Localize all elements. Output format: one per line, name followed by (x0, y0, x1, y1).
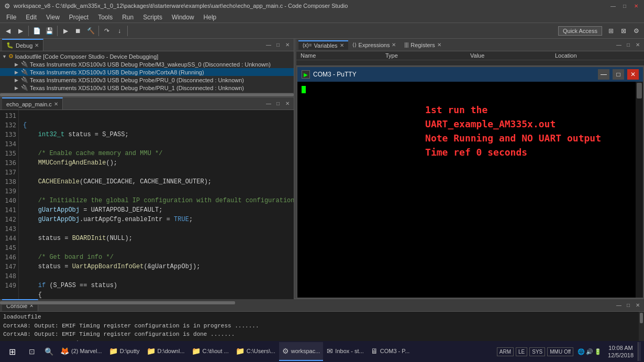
console-minimize-btn[interactable]: — (615, 301, 623, 310)
vars-close-btn[interactable]: ✕ (634, 41, 642, 49)
editor-close-btn[interactable]: ✕ (283, 100, 292, 108)
stop-button[interactable]: ⏹ (72, 25, 84, 37)
probe-icon-m3: 🔌 (21, 61, 28, 68)
menu-item-tools[interactable]: Tools (94, 13, 117, 22)
show-desktop-btn[interactable] (638, 342, 641, 361)
menu-item-help[interactable]: Help (199, 13, 221, 22)
toolbar-btn-2[interactable]: ▶ (15, 25, 26, 37)
putty-line2: UART_example_AM335x.out (425, 117, 601, 131)
taskbar-app-ti-label: C:\ti\out ... (203, 348, 229, 354)
expressions-tab[interactable]: ⟨⟩ Expressions ✕ (348, 41, 401, 49)
putty-window[interactable]: ▶ COM3 - PuTTY — □ ✕ 1st run the UART_ex… (296, 66, 644, 299)
variables-headers: Name Type Value Location (296, 51, 644, 60)
debug-tab[interactable]: 🐛 Debug ✕ (2, 39, 43, 51)
vars-minimize-btn[interactable]: — (615, 41, 623, 49)
editor-minimize-btn[interactable]: — (264, 100, 273, 108)
quick-access-button[interactable]: Quick Access (558, 26, 602, 36)
debug-tab-label: Debug (16, 42, 32, 49)
putty-close-btn[interactable]: ✕ (627, 69, 639, 80)
save-button[interactable]: 💾 (43, 25, 55, 37)
registers-tab-close[interactable]: ✕ (437, 42, 441, 48)
editor-tab-close[interactable]: ✕ (54, 101, 58, 107)
left-panel: 🐛 Debug ✕ — □ ✕ ▼ ⚙ loadoutfile [Code Co… (0, 39, 294, 299)
debug-maximize-btn[interactable]: □ (274, 41, 282, 49)
titlebar: ⚙ workspace_v8 - C:\ti\pdk_am335x_1_0_12… (0, 0, 644, 12)
menu-item-run[interactable]: Run (118, 13, 138, 22)
network-icon[interactable]: 🌐 (578, 348, 585, 355)
taskbar: ⊞ ⊡ 🔍 🦊 (2) Marvel... 📁 D:\putty 📁 D:\do… (0, 341, 644, 362)
menu-item-project[interactable]: Project (65, 13, 93, 22)
status-sys[interactable]: SYS (529, 347, 545, 356)
new-button[interactable]: 📄 (31, 25, 42, 37)
debug-item-pru1-label: Texas Instruments XDS100v3 USB Debug Pro… (30, 85, 244, 91)
variables-tab[interactable]: (x)= Variables ✕ (298, 40, 348, 50)
build-button[interactable]: 🔨 (85, 25, 96, 37)
editor-horizontal-scrollbar[interactable] (0, 301, 294, 305)
editor-maximize-btn[interactable]: □ (274, 100, 282, 108)
debug-tab-close[interactable]: ✕ (35, 42, 39, 48)
menu-item-edit[interactable]: Edit (21, 13, 41, 22)
search-taskbar[interactable]: 🔍 (41, 342, 57, 361)
toolbar-extra-3[interactable]: ⚙ (630, 25, 642, 37)
debug-item-pru0[interactable]: ▶ 🔌 Texas Instruments XDS100v3 USB Debug… (0, 76, 294, 84)
tree-arrow: ▼ (2, 54, 8, 59)
debug-close-btn[interactable]: ✕ (283, 41, 292, 49)
putty-line1: 1st run the (425, 103, 601, 117)
step-into-button[interactable]: ↓ (114, 25, 125, 37)
putty-minimize-btn[interactable]: — (598, 69, 609, 80)
debug-item-cortexa8[interactable]: ▶ 🔌 Texas Instruments XDS100v3 USB Debug… (0, 68, 294, 76)
expressions-tab-label: Expressions (359, 42, 390, 48)
console-close-btn[interactable]: ✕ (634, 301, 642, 310)
status-arm[interactable]: ARM (497, 347, 514, 356)
console-maximize-btn[interactable]: □ (624, 301, 632, 310)
status-le[interactable]: LE (516, 347, 527, 356)
editor-tab[interactable]: echo_app_main.c ✕ (2, 97, 63, 109)
tree-arrow-pru1: ▶ (15, 85, 21, 91)
variables-tab-close[interactable]: ✕ (340, 42, 344, 48)
menu-item-file[interactable]: File (2, 13, 20, 22)
expressions-tab-close[interactable]: ✕ (392, 42, 396, 48)
taskbar-app-inbox[interactable]: ✉ Inbox - st... (324, 342, 367, 361)
toolbar-extra-1[interactable]: ⊞ (605, 25, 617, 37)
debug-minimize-btn[interactable]: — (264, 41, 273, 49)
battery-icon[interactable]: 🔋 (594, 348, 602, 355)
taskbar-app-marvel[interactable]: 🦊 (2) Marvel... (57, 342, 105, 361)
putty-line3: Note Running and NO UART output (425, 131, 601, 145)
probe-icon-pru1: 🔌 (21, 84, 28, 91)
step-over-button[interactable]: ↷ (101, 25, 113, 37)
code-area[interactable]: { int32_t status = S_PASS; /* Enable cac… (19, 110, 294, 301)
toolbar: ◀ ▶ 📄 💾 ▶ ⏹ 🔨 ↷ ↓ Quick Access ⊞ ⊠ ⚙ (0, 23, 644, 39)
putty-terminal[interactable]: 1st run the UART_example_AM335x.out Note… (297, 82, 643, 298)
putty-scrollbar[interactable] (636, 82, 643, 298)
taskview-button[interactable]: ⊡ (24, 342, 40, 361)
vars-maximize-btn[interactable]: □ (624, 41, 632, 49)
debug-item-pru1[interactable]: ▶ 🔌 Texas Instruments XDS100v3 USB Debug… (0, 84, 294, 92)
close-button[interactable]: ✕ (632, 2, 640, 9)
loadout-icon: ⚙ (8, 53, 14, 60)
taskbar-app-ti-out[interactable]: 📁 C:\ti\out ... (188, 342, 232, 361)
menu-item-scripts[interactable]: Scripts (139, 13, 166, 22)
taskbar-app-putty-folder[interactable]: 📁 D:\putty (106, 342, 143, 361)
folder-icon-3: 📁 (192, 347, 201, 355)
putty-maximize-btn[interactable]: □ (613, 69, 624, 80)
debug-button[interactable]: ▶ (60, 25, 71, 37)
taskbar-app-workspace[interactable]: ⚙ workspac... (279, 342, 324, 361)
minimize-button[interactable]: — (609, 2, 617, 9)
taskbar-app-com3[interactable]: 🖥 COM3 - P... (368, 342, 413, 361)
status-mmu[interactable]: MMU Off (547, 347, 573, 356)
taskbar-app-downloads[interactable]: 📁 D:\downl... (143, 342, 188, 361)
start-button[interactable]: ⊞ (1, 342, 23, 361)
toolbar-btn-1[interactable]: ◀ (2, 25, 14, 37)
debug-item-m3[interactable]: ▶ 🔌 Texas Instruments XDS100v3 USB Debug… (0, 60, 294, 68)
registers-tab[interactable]: ||| Registers ✕ (400, 41, 445, 49)
debug-root-item[interactable]: ▼ ⚙ loadoutfile [Code Composer Studio - … (0, 52, 294, 60)
menu-item-view[interactable]: View (42, 13, 64, 22)
debug-root-label: loadoutfile [Code Composer Studio - Devi… (15, 53, 158, 60)
volume-icon[interactable]: 🔊 (586, 348, 593, 355)
toolbar-extra-2[interactable]: ⊠ (618, 25, 629, 37)
taskbar-app-users[interactable]: 📁 C:\Users\... (232, 342, 279, 361)
clock[interactable]: 10:08 AM 12/5/2018 (606, 344, 636, 359)
menu-item-window[interactable]: Window (168, 13, 198, 22)
maximize-button[interactable]: □ (621, 2, 628, 9)
debug-horizontal-scrollbar[interactable] (0, 93, 294, 97)
